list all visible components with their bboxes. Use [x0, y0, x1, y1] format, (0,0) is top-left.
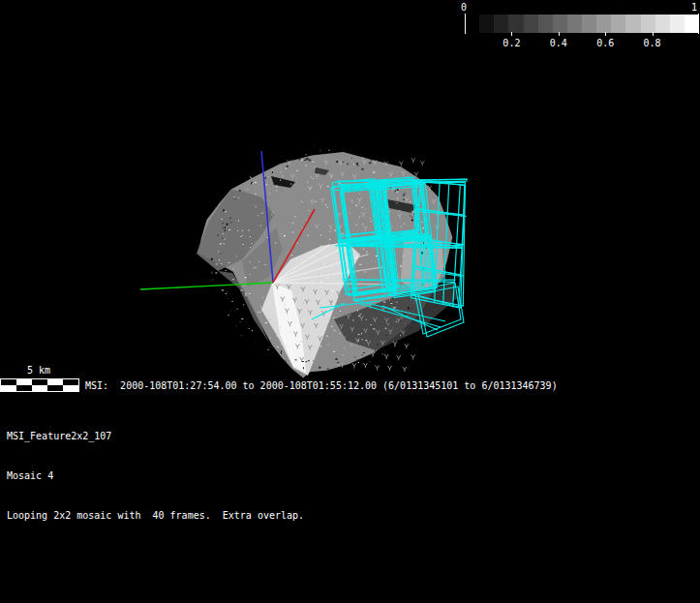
- surface-vertex-dot: [228, 315, 229, 316]
- colorbar-step: [465, 15, 479, 33]
- rim-dark-dot: [303, 367, 304, 369]
- render-viewport: 0 1 0.20.40.60.8 5 km MSI: 2000-108T01:2…: [0, 0, 700, 603]
- colorbar-tick-label: 0.2: [502, 37, 520, 49]
- surface-vertex-dot: [321, 286, 323, 287]
- rim-dark-dot: [286, 360, 287, 362]
- surface-vertex-dot: [281, 344, 282, 345]
- rim-dark-dot: [239, 190, 241, 192]
- rim-dark-dot: [319, 367, 320, 369]
- rim-dark-dot: [227, 291, 228, 292]
- colorbar-step: [685, 15, 699, 33]
- surface-vertex-dot: [226, 293, 227, 294]
- rim-dark-dot: [234, 311, 235, 313]
- surface-vertex-dot: [258, 215, 259, 216]
- surface-vertex-dot: [400, 335, 401, 336]
- surface-vertex-dot: [329, 316, 330, 317]
- rim-dark-dot: [223, 223, 224, 224]
- surface-vertex-dot: [396, 302, 397, 303]
- surface-vertex-dot: [326, 264, 327, 265]
- surface-vertex-dot: [313, 178, 314, 179]
- surface-vertex-dot: [246, 293, 247, 294]
- surface-vertex-dot: [339, 183, 341, 184]
- vertex-marker-glyph: [384, 354, 388, 359]
- vertex-marker-glyph: [352, 363, 356, 368]
- surface-vertex-dot: [313, 281, 315, 282]
- colorbar-step: [538, 15, 553, 33]
- rim-dark-dot: [308, 360, 310, 361]
- surface-vertex-dot: [373, 328, 375, 329]
- surface-vertex-dot: [398, 277, 399, 278]
- colorbar-gradient: [465, 15, 699, 33]
- surface-vertex-dot: [290, 184, 291, 185]
- surface-vertex-dot: [246, 295, 247, 296]
- surface-vertex-dot: [292, 232, 294, 233]
- surface-vertex-dot: [403, 256, 405, 256]
- surface-vertex-dot: [252, 243, 253, 244]
- surface-vertex-dot: [249, 229, 250, 230]
- rim-dark-dot: [265, 177, 266, 179]
- info-sequence-name: MSI_Feature2x2_107: [7, 430, 304, 444]
- rim-dark-dot: [411, 308, 412, 309]
- rim-dark-dot: [395, 191, 396, 193]
- surface-vertex-dot: [397, 197, 398, 198]
- surface-vertex-dot: [366, 319, 367, 320]
- rim-dark-dot: [323, 151, 324, 152]
- surface-vertex-dot: [319, 256, 320, 257]
- rim-dark-dot: [247, 328, 249, 329]
- rim-dark-dot: [327, 369, 329, 370]
- rim-dark-dot: [218, 234, 219, 236]
- rim-dark-dot: [314, 146, 315, 147]
- surface-vertex-dot: [277, 336, 278, 337]
- surface-vertex-dot: [326, 207, 328, 208]
- surface-vertex-dot: [300, 341, 302, 342]
- rim-dark-dot: [225, 289, 226, 291]
- surface-vertex-dot: [371, 221, 372, 222]
- surface-vertex-dot: [317, 275, 319, 276]
- surface-vertex-dot: [259, 312, 260, 313]
- surface-vertex-dot: [323, 300, 324, 301]
- surface-vertex-dot: [353, 164, 354, 165]
- surface-vertex-dot: [361, 207, 363, 208]
- vertex-marker-glyph: [411, 354, 415, 359]
- surface-vertex-dot: [250, 177, 251, 178]
- surface-vertex-dot: [331, 326, 333, 327]
- surface-vertex-dot: [241, 289, 242, 290]
- colorbar-tick: [605, 32, 606, 36]
- rim-dark-dot: [239, 321, 241, 322]
- surface-vertex-dot: [327, 344, 328, 345]
- rim-dark-dot: [358, 166, 359, 166]
- rim-dark-dot: [220, 254, 221, 255]
- surface-vertex-dot: [238, 197, 239, 198]
- surface-vertex-dot: [241, 236, 242, 237]
- colorbar-step: [611, 15, 625, 33]
- surface-vertex-dot: [351, 200, 353, 201]
- surface-vertex-dot: [238, 221, 239, 222]
- rim-dark-dot: [362, 363, 363, 365]
- surface-vertex-dot: [221, 263, 222, 264]
- surface-vertex-dot: [290, 332, 291, 333]
- rim-dark-dot: [304, 160, 306, 161]
- surface-vertex-dot: [323, 316, 325, 317]
- surface-vertex-dot: [342, 366, 343, 367]
- surface-vertex-dot: [357, 271, 358, 272]
- colorbar-step: [582, 15, 596, 33]
- surface-vertex-dot: [286, 168, 287, 169]
- surface-vertex-dot: [297, 243, 298, 244]
- rim-dark-dot: [241, 335, 243, 336]
- rim-dark-dot: [226, 295, 228, 297]
- surface-vertex-dot: [303, 319, 305, 320]
- vertex-marker-glyph: [397, 355, 401, 360]
- colorbar-step: [479, 15, 494, 33]
- vertex-marker-glyph: [405, 344, 409, 348]
- surface-vertex-dot: [301, 282, 302, 283]
- surface-vertex-dot: [280, 327, 282, 328]
- surface-vertex-dot: [404, 224, 405, 225]
- surface-vertex-dot: [237, 230, 238, 231]
- info-mosaic-description: Looping 2x2 mosaic with 40 frames. Extra…: [7, 509, 304, 524]
- surface-vertex-dot: [296, 367, 298, 368]
- surface-vertex-dot: [291, 255, 293, 256]
- vertex-marker-glyph: [411, 158, 415, 163]
- surface-vertex-dot: [275, 242, 276, 243]
- surface-vertex-dot: [373, 171, 375, 172]
- surface-vertex-dot: [224, 243, 225, 244]
